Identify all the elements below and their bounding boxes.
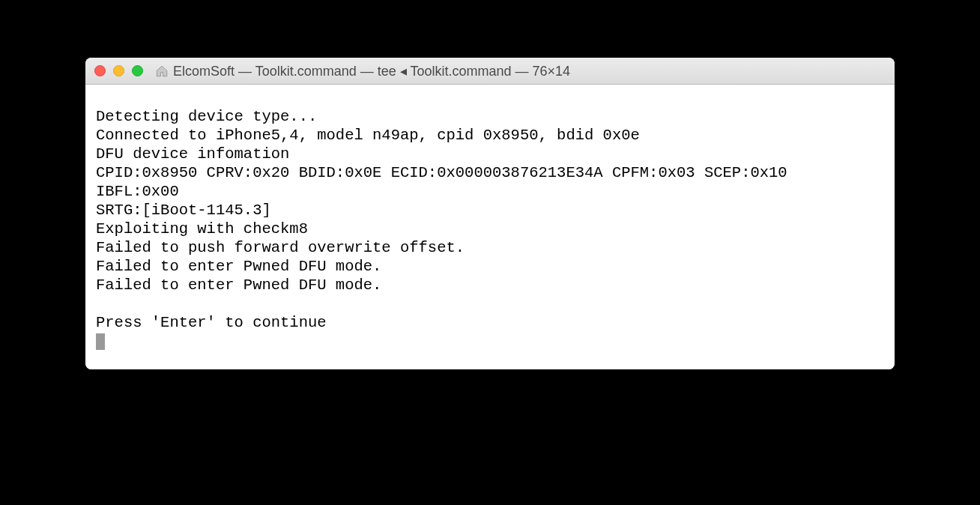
cursor [96,333,105,350]
terminal-line: Failed to enter Pwned DFU mode. [96,276,381,294]
home-icon [155,64,169,78]
terminal-body[interactable]: Detecting device type... Connected to iP… [85,85,895,369]
terminal-line: Failed to enter Pwned DFU mode. [96,258,381,275]
window-title: ElcomSoft — Toolkit.command — tee ◂ Tool… [173,63,570,79]
terminal-line: Failed to push forward overwrite offset. [96,239,465,256]
terminal-window: ElcomSoft — Toolkit.command — tee ◂ Tool… [85,58,895,369]
terminal-line: Detecting device type... [96,108,317,125]
terminal-line: Exploiting with checkm8 [96,220,308,238]
terminal-line: Press 'Enter' to continue [96,314,327,331]
terminal-line: IBFL:0x00 [96,183,179,200]
terminal-line: SRTG:[iBoot-1145.3] [96,202,271,219]
title-content: ElcomSoft — Toolkit.command — tee ◂ Tool… [155,63,886,79]
terminal-line: CPID:0x8950 CPRV:0x20 BDID:0x0E ECID:0x0… [96,164,787,181]
titlebar[interactable]: ElcomSoft — Toolkit.command — tee ◂ Tool… [85,58,895,85]
close-button[interactable] [94,65,106,76]
terminal-line: DFU device infomation [96,145,289,163]
terminal-content: Detecting device type... Connected to iP… [96,107,884,351]
maximize-button[interactable] [132,65,143,76]
terminal-line: Connected to iPhone5,4, model n49ap, cpi… [96,127,640,144]
minimize-button[interactable] [113,65,124,76]
traffic-lights [94,65,143,76]
